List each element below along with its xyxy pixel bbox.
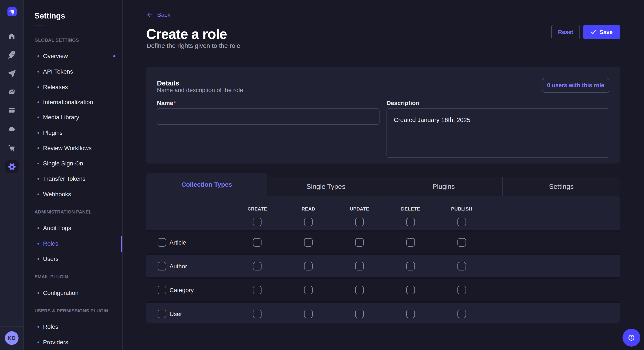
svg-text:?: ? (630, 336, 633, 340)
